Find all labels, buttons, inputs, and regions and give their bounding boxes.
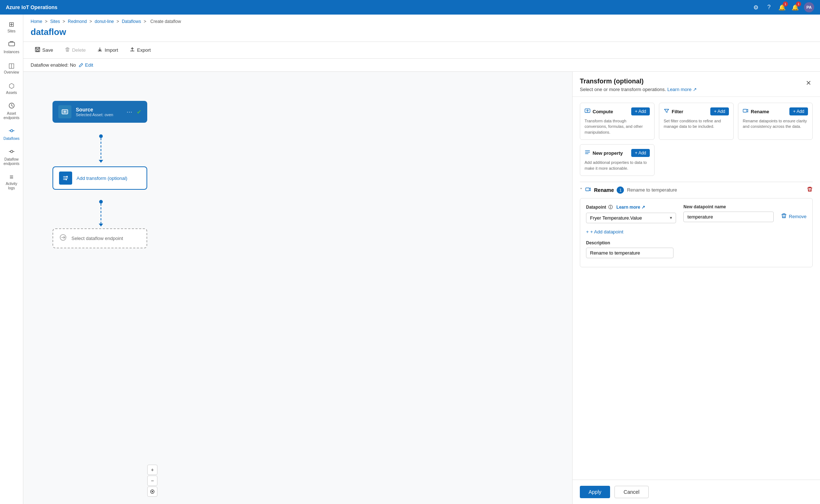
svg-rect-12 bbox=[743, 109, 747, 112]
remove-button[interactable]: Remove bbox=[781, 204, 807, 220]
instances-icon bbox=[8, 41, 15, 49]
panel-learn-more-link[interactable]: Learn more ↗ bbox=[667, 87, 697, 92]
top-nav: Azure IoT Operations ⚙ ? 🔔 1 🔔 1 PA bbox=[0, 0, 820, 15]
sidebar-item-dataflows-label: Dataflows bbox=[4, 137, 20, 141]
add-datapoint-plus-icon: + bbox=[586, 229, 589, 235]
description-label-text: Description bbox=[586, 240, 610, 245]
transform-node[interactable]: Add transform (optional) bbox=[52, 166, 147, 190]
breadcrumb-dataflows[interactable]: Dataflows bbox=[122, 19, 141, 24]
assets-icon: ⬡ bbox=[9, 82, 15, 90]
sidebar-item-instances[interactable]: Instances bbox=[1, 38, 23, 57]
zoom-out-button[interactable]: − bbox=[147, 476, 157, 486]
sidebar-item-activity-logs[interactable]: ≡ Activity logs bbox=[1, 170, 23, 193]
svg-rect-3 bbox=[36, 50, 39, 51]
flow-canvas[interactable]: Source Selected Asset: oven ⋯ ✔ bbox=[23, 72, 572, 504]
transform-node-title: Add transform (optional) bbox=[77, 176, 127, 181]
avatar[interactable]: PA bbox=[804, 2, 814, 12]
apply-button[interactable]: Apply bbox=[580, 486, 610, 498]
new-name-label-text: New datapoint name bbox=[683, 204, 726, 209]
rename-title-row: Rename bbox=[743, 108, 769, 115]
panel-header: Transform (optional) Select one or more … bbox=[573, 72, 820, 97]
breadcrumb-sites[interactable]: Sites bbox=[50, 19, 60, 24]
sidebar: ⊞ Sites Instances ◫ Overview ⬡ Assets As… bbox=[0, 15, 23, 504]
add-datapoint-button[interactable]: + + Add datapoint bbox=[586, 229, 623, 235]
transform-options: Compute + Add Transform data through con… bbox=[573, 97, 820, 182]
svg-point-6 bbox=[66, 176, 68, 177]
breadcrumb-redmond[interactable]: Redmond bbox=[68, 19, 87, 24]
zoom-in-button[interactable]: + bbox=[147, 465, 157, 475]
rename-section-title: Rename bbox=[594, 187, 614, 193]
import-button[interactable]: Import bbox=[93, 45, 122, 55]
source-node[interactable]: Source Selected Asset: oven ⋯ ✔ bbox=[52, 101, 147, 123]
rename-add-button[interactable]: + Add bbox=[789, 107, 808, 115]
settings-icon[interactable]: ⚙ bbox=[751, 3, 760, 12]
sites-icon: ⊞ bbox=[9, 20, 14, 28]
dataflow-endpoints-icon bbox=[8, 148, 15, 157]
help-icon[interactable]: ? bbox=[765, 3, 773, 12]
svg-point-7 bbox=[66, 179, 67, 180]
notification1-badge: 1 bbox=[783, 1, 788, 7]
panel-title: Transform (optional) bbox=[580, 78, 697, 85]
endpoint-node-icon bbox=[59, 233, 67, 243]
rename-delete-button[interactable] bbox=[807, 186, 813, 194]
datapoint-learn-more-link[interactable]: Learn more ↗ bbox=[616, 205, 645, 210]
sidebar-item-overview[interactable]: ◫ Overview bbox=[1, 59, 23, 78]
filter-add-button[interactable]: + Add bbox=[710, 107, 729, 115]
remove-label: Remove bbox=[789, 214, 807, 219]
breadcrumb-home[interactable]: Home bbox=[31, 19, 42, 24]
sidebar-item-dataflows[interactable]: Dataflows bbox=[1, 125, 23, 144]
notification2-icon[interactable]: 🔔 1 bbox=[791, 3, 800, 12]
compute-card: Compute + Add Transform data through con… bbox=[580, 103, 655, 140]
source-node-menu[interactable]: ⋯ bbox=[126, 109, 132, 115]
toolbar: Save Delete Import Export bbox=[23, 42, 820, 59]
svg-rect-13 bbox=[586, 188, 589, 191]
remove-icon bbox=[781, 213, 787, 220]
notification1-icon[interactable]: 🔔 1 bbox=[778, 3, 786, 12]
edit-label: Edit bbox=[85, 62, 93, 68]
source-node-subtitle: Selected Asset: oven bbox=[76, 113, 122, 117]
datapoint-dropdown-value: Fryer Temperature.Value bbox=[590, 215, 642, 221]
breadcrumb: Home > Sites > Redmond > donut-line > Da… bbox=[23, 15, 820, 25]
datapoint-dropdown[interactable]: Fryer Temperature.Value ▾ bbox=[586, 213, 676, 223]
page-header: dataflow bbox=[23, 25, 820, 42]
transform-node-icon bbox=[59, 172, 72, 185]
fit-button[interactable] bbox=[147, 487, 157, 497]
endpoint-node[interactable]: Select dataflow endpoint bbox=[52, 228, 147, 248]
new-name-input[interactable] bbox=[683, 212, 773, 222]
sidebar-item-asset-endpoints[interactable]: Asset endpoints bbox=[1, 99, 23, 123]
export-button[interactable]: Export bbox=[125, 45, 155, 55]
description-input[interactable] bbox=[586, 248, 673, 258]
page-title: dataflow bbox=[31, 27, 813, 37]
source-node-content: Source Selected Asset: oven bbox=[76, 107, 122, 117]
sidebar-item-asset-endpoints-label: Asset endpoints bbox=[2, 111, 21, 120]
save-icon bbox=[35, 47, 40, 53]
connector-arrow2 bbox=[99, 224, 103, 227]
dataflows-icon bbox=[8, 127, 15, 136]
new-property-card-header: New property + Add bbox=[585, 149, 650, 157]
description-label: Description bbox=[586, 240, 807, 245]
endpoint-node-title: Select dataflow endpoint bbox=[71, 236, 123, 241]
sidebar-item-assets[interactable]: ⬡ Assets bbox=[1, 79, 23, 98]
rename-section-subtitle: Rename to temperature bbox=[627, 187, 677, 193]
sidebar-item-sites[interactable]: ⊞ Sites bbox=[1, 17, 23, 36]
rename-chevron-icon[interactable]: ˅ bbox=[580, 187, 582, 193]
new-property-add-button[interactable]: + Add bbox=[631, 149, 650, 157]
sidebar-item-instances-label: Instances bbox=[4, 50, 19, 54]
compute-add-button[interactable]: + Add bbox=[631, 107, 650, 115]
save-button[interactable]: Save bbox=[31, 45, 58, 55]
cancel-button[interactable]: Cancel bbox=[614, 486, 649, 498]
connector2 bbox=[99, 200, 103, 227]
panel-close-button[interactable]: ✕ bbox=[804, 78, 813, 88]
asset-endpoints-icon bbox=[8, 102, 15, 111]
datapoint-info-icon[interactable]: ⓘ bbox=[608, 204, 613, 210]
sidebar-item-overview-label: Overview bbox=[4, 70, 19, 75]
main-content: Home > Sites > Redmond > donut-line > Da… bbox=[23, 15, 820, 504]
rename-desc: Rename datapoints to ensure clarity and … bbox=[743, 118, 808, 130]
connector-arrow1 bbox=[99, 160, 103, 163]
delete-button[interactable]: Delete bbox=[60, 45, 90, 55]
datapoint-field-group: Datapoint ⓘ Learn more ↗ Fryer Temperatu… bbox=[586, 204, 676, 223]
sidebar-item-dataflow-endpoints[interactable]: Dataflow endpoints bbox=[1, 145, 23, 169]
breadcrumb-donut-line[interactable]: donut-line bbox=[95, 19, 114, 24]
edit-button[interactable]: Edit bbox=[79, 62, 93, 68]
source-node-check: ✔ bbox=[137, 109, 141, 115]
